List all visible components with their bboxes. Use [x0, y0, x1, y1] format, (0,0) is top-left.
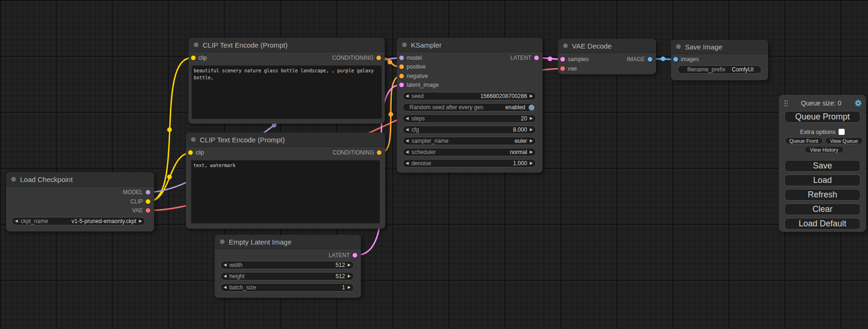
next-arrow-icon[interactable]: ▶ — [527, 114, 536, 123]
input-label-images: images — [681, 56, 699, 63]
input-slot-negative[interactable] — [399, 74, 404, 78]
prev-arrow-icon[interactable]: ◀ — [221, 283, 229, 292]
prev-arrow-icon[interactable]: ◀ — [403, 148, 411, 156]
node-title-bar[interactable]: CLIP Text Encode (Prompt) — [186, 133, 385, 147]
collapse-dot[interactable] — [191, 137, 196, 142]
denoise-widget[interactable]: ◀ denoise 1.000 ▶ — [402, 159, 536, 168]
wire-dot — [388, 112, 393, 117]
prev-arrow-icon[interactable]: ◀ — [221, 261, 229, 269]
next-arrow-icon[interactable]: ▶ — [136, 217, 145, 225]
node-load-checkpoint[interactable]: Load Checkpoint MODEL CLIP VAE ◀ ckpt_na… — [6, 172, 154, 231]
node-title-bar[interactable]: Empty Latent Image — [215, 235, 361, 249]
prev-arrow-icon[interactable]: ◀ — [403, 114, 411, 123]
prev-arrow-icon[interactable]: ◀ — [221, 272, 229, 280]
drag-handle-icon[interactable] — [784, 100, 788, 106]
node-title-bar[interactable]: Save Image — [671, 40, 768, 54]
prev-arrow-icon[interactable]: ◀ — [12, 217, 21, 225]
sampler-name-widget[interactable]: ◀ sampler_name euler ▶ — [402, 137, 536, 145]
output-slot-model[interactable] — [146, 190, 150, 195]
queue-prompt-button[interactable]: Queue Prompt — [784, 111, 861, 123]
node-title-bar[interactable]: VAE Decode — [558, 39, 656, 53]
widget-label: Random seed after every gen — [409, 104, 483, 111]
node-clip-text-encode-negative[interactable]: CLIP Text Encode (Prompt) clip CONDITION… — [186, 133, 385, 229]
filename-prefix-widget[interactable]: filename_prefix ComfyUI — [677, 65, 762, 74]
queue-front-button[interactable]: Queue Front — [785, 137, 823, 144]
output-slot-clip[interactable] — [146, 199, 150, 204]
input-slot-vae[interactable] — [560, 66, 565, 71]
save-button[interactable]: Save — [784, 160, 861, 172]
input-slot-samples[interactable] — [560, 57, 565, 62]
view-history-button[interactable]: View History — [804, 146, 844, 153]
refresh-button[interactable]: Refresh — [784, 189, 861, 201]
cfg-widget[interactable]: ◀ cfg 8.000 ▶ — [402, 126, 536, 134]
input-slot-clip[interactable] — [191, 56, 196, 60]
steps-widget[interactable]: ◀ steps 20 ▶ — [402, 114, 536, 123]
output-slot-conditioning[interactable] — [377, 150, 381, 155]
output-slot-latent[interactable] — [353, 253, 357, 258]
prev-arrow-icon[interactable]: ◀ — [403, 159, 411, 168]
load-button[interactable]: Load — [784, 175, 861, 186]
node-title-bar[interactable]: KSampler — [397, 38, 543, 52]
output-label-model: MODEL — [123, 189, 143, 196]
node-graph-canvas[interactable]: Load Checkpoint MODEL CLIP VAE ◀ ckpt_na… — [0, 0, 868, 329]
widget-label: scheduler — [411, 149, 436, 155]
collapse-dot[interactable] — [563, 43, 568, 48]
next-arrow-icon[interactable]: ▶ — [345, 283, 353, 292]
output-slot-image[interactable] — [648, 57, 652, 62]
node-vae-decode[interactable]: VAE Decode samples IMAGE vae — [558, 39, 656, 74]
collapse-dot[interactable] — [402, 42, 407, 47]
next-arrow-icon[interactable]: ▶ — [527, 159, 536, 168]
collapse-dot[interactable] — [220, 239, 225, 244]
next-arrow-icon[interactable]: ▶ — [527, 137, 536, 145]
toggle-dot[interactable] — [529, 105, 535, 111]
node-empty-latent-image[interactable]: Empty Latent Image LATENT ◀ width 512 ▶ … — [215, 235, 361, 298]
output-slot-conditioning[interactable] — [376, 56, 381, 60]
input-slot-latent-image[interactable] — [399, 83, 404, 87]
scheduler-widget[interactable]: ◀ scheduler normal ▶ — [402, 148, 536, 156]
node-title: Empty Latent Image — [229, 238, 291, 246]
output-slot-vae[interactable] — [146, 208, 150, 213]
output-slot-latent[interactable] — [534, 56, 539, 60]
node-title: CLIP Text Encode (Prompt) — [200, 136, 285, 144]
collapse-dot[interactable] — [194, 42, 198, 47]
height-widget[interactable]: ◀ height 512 ▶ — [220, 272, 354, 280]
negative-prompt-textarea[interactable]: text, watermark — [191, 160, 380, 224]
node-title-bar[interactable]: Load Checkpoint — [6, 172, 154, 187]
next-arrow-icon[interactable]: ▶ — [345, 261, 353, 269]
prev-arrow-icon[interactable]: ◀ — [403, 92, 411, 100]
output-label-latent: LATENT — [510, 55, 531, 61]
next-arrow-icon[interactable]: ▶ — [527, 148, 536, 156]
positive-prompt-textarea[interactable]: beautiful scenery nature glass bottle la… — [191, 65, 382, 119]
next-arrow-icon[interactable]: ▶ — [527, 126, 536, 134]
next-arrow-icon[interactable]: ▶ — [345, 272, 353, 280]
collapse-dot[interactable] — [11, 177, 16, 182]
input-label-vae: vae — [568, 65, 577, 72]
node-title-bar[interactable]: CLIP Text Encode (Prompt) — [189, 38, 385, 52]
random-seed-toggle-widget[interactable]: Random seed after every gen enabled — [402, 103, 536, 112]
node-save-image[interactable]: Save Image images filename_prefix ComfyU… — [671, 40, 768, 80]
collapse-dot[interactable] — [676, 44, 681, 49]
view-queue-button[interactable]: View Queue — [825, 137, 863, 144]
output-label-image: IMAGE — [627, 56, 645, 63]
node-clip-text-encode-positive[interactable]: CLIP Text Encode (Prompt) clip CONDITION… — [189, 38, 385, 124]
seed-widget[interactable]: ◀ seed 156680208700286 ▶ — [402, 92, 536, 100]
ckpt-name-widget[interactable]: ◀ ckpt_name v1-5-pruned-emaonly.ckpt ▶ — [12, 217, 145, 225]
input-slot-model[interactable] — [399, 56, 404, 60]
settings-gear-icon[interactable] — [854, 99, 862, 107]
widget-label: ckpt_name — [21, 218, 48, 224]
prev-arrow-icon[interactable]: ◀ — [403, 137, 411, 145]
width-widget[interactable]: ◀ width 512 ▶ — [220, 261, 354, 269]
next-arrow-icon[interactable]: ▶ — [527, 92, 536, 100]
input-slot-images[interactable] — [673, 57, 678, 62]
input-slot-clip[interactable] — [188, 150, 193, 155]
batch-size-widget[interactable]: ◀ batch_size 1 ▶ — [220, 283, 354, 292]
output-label-clip: CLIP — [130, 198, 143, 205]
clear-button[interactable]: Clear — [784, 203, 861, 215]
widget-value: 512 — [336, 262, 345, 268]
widget-value: euler — [515, 138, 527, 144]
node-ksampler[interactable]: KSampler model LATENT positive negative … — [397, 38, 543, 173]
extra-options-checkbox[interactable] — [839, 129, 845, 135]
input-slot-positive[interactable] — [399, 64, 404, 69]
prev-arrow-icon[interactable]: ◀ — [403, 126, 411, 134]
load-default-button[interactable]: Load Default — [784, 218, 861, 230]
